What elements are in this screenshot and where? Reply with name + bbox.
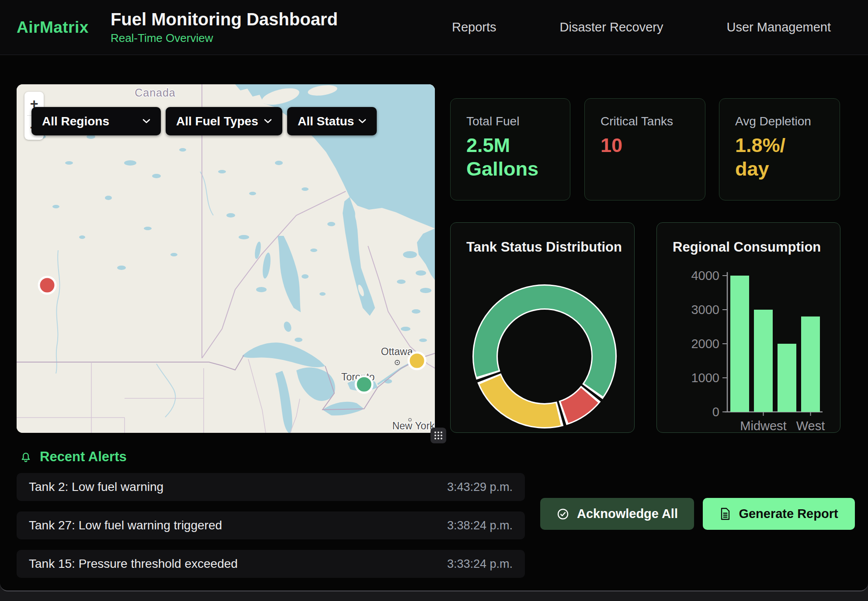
alert-row: Tank 27: Low fuel warning triggered 3:38… [17,511,525,539]
acknowledge-all-button[interactable]: Acknowledge All [540,498,694,530]
alerts-title: Recent Alerts [40,449,127,465]
status-filter-select[interactable]: All Status [287,107,377,135]
alert-text: Tank 2: Low fuel warning [29,480,163,494]
map-svg: Canada Ottawa Toronto New York [17,84,435,433]
region-filter-select[interactable]: All Regions [31,107,161,135]
tank-marker-normal[interactable] [356,376,372,393]
map[interactable]: Canada Ottawa Toronto New York + − All R… [17,84,435,433]
svg-text:2000: 2000 [691,337,719,351]
svg-text:3000: 3000 [691,303,719,317]
fuel-type-filter-value: All Fuel Types [176,114,258,128]
page-subtitle: Real-Time Overview [111,31,338,45]
map-filters: All Regions All Fuel Types All Status [31,107,377,135]
nav-reports[interactable]: Reports [452,20,496,35]
chevron-down-icon [264,119,272,124]
main-nav: Reports Disaster Recovery User Managemen… [452,20,868,35]
bell-icon [20,451,32,463]
region-filter-value: All Regions [42,114,109,128]
alerts-header: Recent Alerts [20,449,127,465]
stat-label: Avg Depletion [735,114,824,128]
tank-marker-critical[interactable] [39,277,56,294]
svg-text:0: 0 [712,405,719,419]
chevron-down-icon [358,119,366,124]
fuel-type-filter-select[interactable]: All Fuel Types [166,107,282,135]
stat-card-avg-depletion: Avg Depletion 1.8%/day [719,98,840,200]
alert-text: Tank 15: Pressure threshold exceeded [29,557,238,571]
header: AirMatrix Fuel Monitoring Dashboard Real… [0,0,868,55]
tank-marker-warning[interactable] [409,352,425,369]
nav-user-management[interactable]: User Management [726,20,831,35]
svg-text:Midwest: Midwest [740,419,786,433]
tank-status-card: Tank Status Distribution [450,222,635,433]
stat-value: 2.5M Gallons [466,134,547,181]
app-logo: AirMatrix [17,18,89,37]
map-canvas[interactable]: Canada Ottawa Toronto New York [17,84,435,433]
map-resize-handle[interactable] [431,428,446,443]
nav-disaster-recovery[interactable]: Disaster Recovery [560,20,663,35]
title-block: Fuel Monitoring Dashboard Real-Time Over… [111,10,338,45]
map-label-ottawa: Ottawa [381,346,413,357]
document-icon [719,507,731,521]
svg-text:1000: 1000 [691,371,719,385]
generate-report-label: Generate Report [739,507,838,521]
svg-text:4000: 4000 [691,269,719,283]
generate-report-button[interactable]: Generate Report [703,498,855,530]
svg-text:West: West [796,419,825,433]
alert-time: 3:43:29 p.m. [447,480,513,494]
stat-label: Total Fuel [466,114,554,128]
status-filter-value: All Status [298,114,354,128]
stat-card-critical-tanks: Critical Tanks 10 [584,98,705,200]
regional-consumption-card: Regional Consumption 01000200030004000Mi… [656,222,840,433]
tank-status-donut-chart [451,223,635,433]
stat-value: 1.8%/day [735,134,792,181]
stat-label: Critical Tanks [601,114,689,128]
check-circle-icon [556,508,569,521]
map-label-new-york: New York [392,420,435,432]
alert-time: 3:33:24 p.m. [447,557,513,571]
alert-row: Tank 2: Low fuel warning 3:43:29 p.m. [17,473,525,501]
regional-consumption-bar-chart: 01000200030004000MidwestWest [657,223,841,433]
chevron-down-icon [142,119,150,124]
acknowledge-all-label: Acknowledge All [577,507,678,521]
stat-card-total-fuel: Total Fuel 2.5M Gallons [450,98,570,200]
map-label-canada: Canada [135,86,176,99]
alert-row: Tank 15: Pressure threshold exceeded 3:3… [17,550,525,578]
dashboard-root: AirMatrix Fuel Monitoring Dashboard Real… [0,0,868,591]
alert-time: 3:38:24 p.m. [447,519,513,532]
page-title: Fuel Monitoring Dashboard [111,10,338,29]
stat-value: 10 [601,134,689,157]
alert-text: Tank 27: Low fuel warning triggered [29,518,222,532]
